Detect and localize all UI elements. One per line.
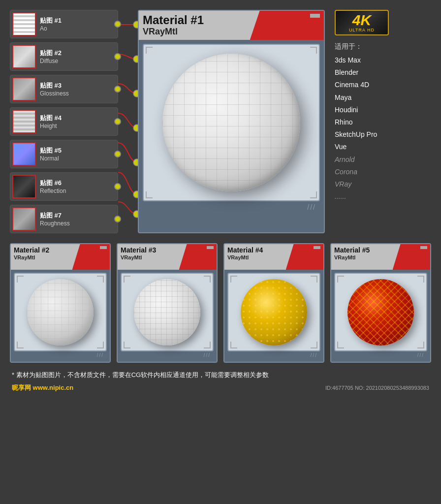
minimize-button-5[interactable] — [420, 246, 427, 249]
side-item-blender: Blender — [335, 66, 413, 79]
node-type-3: Glossiness — [40, 90, 69, 97]
node-num-4: 贴图 #4 — [40, 114, 62, 123]
node-type-7: Roughness — [40, 220, 70, 227]
node-connector-1 — [114, 21, 121, 28]
material-2-subtitle: VRayMtl — [14, 254, 49, 260]
node-reflection: 贴图 #6 Reflection — [10, 172, 118, 201]
corner-br-2 — [97, 342, 104, 348]
corner-bl-5 — [337, 342, 344, 348]
corner-tl-3 — [124, 276, 130, 283]
material-4-subtitle: VRayMtl — [227, 254, 263, 260]
side-item-cinema4d: Cinema 4D — [335, 79, 413, 91]
node-height: 贴图 #4 Height — [10, 107, 118, 136]
material-card-3-header: Material #3 VRayMtl — [118, 244, 217, 270]
node-connector-4 — [114, 118, 121, 125]
corner-tr-4 — [311, 276, 317, 283]
svg-point-5 — [133, 191, 138, 198]
corner-bl-2 — [17, 342, 24, 348]
sphere-main — [162, 54, 300, 191]
svg-point-6 — [133, 211, 138, 218]
footer-logo: 昵享网 www.nipic.cn — [12, 383, 73, 392]
side-item-houdini: Houdini — [335, 104, 413, 116]
node-label-height: 贴图 #4 Height — [40, 114, 62, 129]
node-type-1: Ao — [40, 25, 62, 32]
corner-br-4 — [311, 342, 317, 348]
footer-meta: 昵享网 www.nipic.cn ID:4677705 NO: 20210208… — [10, 383, 431, 392]
node-normal: 贴图 #5 Normal — [10, 140, 118, 168]
node-connector-3 — [114, 86, 121, 93]
node-roughness: 贴图 #7 Roughness — [10, 205, 118, 233]
node-label-ao: 贴图 #1 Ao — [40, 16, 62, 32]
nodes-panel-area: 贴图 #1 Ao 贴图 #2 Diffuse 贴图 — [10, 10, 128, 233]
material-card-5-header: Material #5 VRayMtl — [331, 244, 430, 270]
node-num-6: 贴图 #6 — [40, 179, 66, 188]
sphere-grid — [162, 54, 300, 191]
node-num-2: 贴图 #2 — [40, 49, 62, 58]
corner-bl-3 — [124, 342, 130, 348]
material-3-subtitle: VRayMtl — [121, 254, 156, 260]
node-thumbnail-diffuse — [12, 45, 36, 68]
node-type-4: Height — [40, 123, 62, 129]
sphere-5 — [347, 279, 414, 346]
material-card-main-body: /// — [139, 40, 324, 217]
material-card-3: Material #3 VRayMtl /// — [117, 243, 218, 363]
material-4-title: Material #4 — [227, 246, 263, 254]
material-5-subtitle: VRayMtl — [334, 254, 370, 260]
node-type-6: Reflection — [40, 188, 66, 194]
side-item-rhino: Rhino — [335, 116, 413, 128]
minimize-button-main[interactable] — [310, 14, 320, 18]
material-main-subtitle: VRayMtl — [143, 27, 204, 37]
material-card-2: Material #2 VRayMtl /// — [10, 243, 111, 363]
node-thumbnail-height — [12, 110, 36, 133]
side-item-more: ...... — [335, 190, 413, 203]
material-3-title: Material #3 — [121, 246, 156, 254]
node-label-roughness: 贴图 #7 Roughness — [40, 211, 70, 227]
dots-5: /// — [334, 351, 427, 359]
minimize-button-3[interactable] — [207, 246, 214, 249]
badge-4k-sub: ULTRA HD — [340, 28, 384, 32]
bottom-section: Material #2 VRayMtl /// — [10, 243, 431, 363]
side-item-vray: VRay — [335, 178, 413, 190]
footer-meta-id: ID:4677705 NO: 202102080253488993083 — [325, 385, 429, 391]
corner-tr-3 — [204, 276, 211, 283]
svg-point-0 — [133, 21, 138, 28]
node-connector-7 — [114, 216, 121, 222]
material-card-3-body: /// — [118, 270, 217, 362]
node-label-normal: 贴图 #5 Normal — [40, 146, 62, 162]
minimize-button-2[interactable] — [100, 246, 107, 249]
node-num-3: 贴图 #3 — [40, 81, 69, 90]
node-diffuse: 贴图 #2 Diffuse — [10, 42, 118, 71]
node-connector-5 — [114, 151, 121, 158]
corner-tl-5 — [337, 276, 344, 283]
material-5-title: Material #5 — [334, 246, 370, 254]
sphere-container-3 — [121, 273, 214, 351]
node-type-5: Normal — [40, 155, 62, 162]
corner-bl — [146, 191, 153, 198]
minimize-button-4[interactable] — [314, 246, 320, 249]
corner-tl-4 — [230, 276, 237, 283]
material-2-title: Material #2 — [14, 246, 49, 254]
corner-tl — [146, 47, 153, 54]
badge-4k-text: 4K — [340, 13, 384, 28]
node-label-reflection: 贴图 #6 Reflection — [40, 179, 66, 194]
corner-tr-2 — [97, 276, 104, 283]
material-card-4-header: Material #4 VRayMtl — [224, 244, 323, 270]
node-num-1: 贴图 #1 — [40, 16, 62, 25]
sphere-grid-2 — [27, 279, 94, 346]
corner-tr — [310, 47, 317, 54]
top-section: 贴图 #1 Ao 贴图 #2 Diffuse 贴图 — [10, 10, 431, 233]
material-card-4-body: /// — [224, 270, 323, 362]
sphere-container-2 — [14, 273, 107, 351]
node-type-2: Diffuse — [40, 58, 62, 64]
sphere-container-5 — [334, 273, 427, 351]
material-card-main: Material #1 VRayMtl /// — [138, 10, 325, 233]
side-item-maya: Maya — [335, 92, 413, 104]
dots-3: /// — [121, 351, 214, 359]
svg-point-2 — [133, 90, 138, 97]
sphere-grid-5 — [347, 279, 414, 346]
node-label-glossiness: 贴图 #3 Glossiness — [40, 81, 69, 97]
svg-point-1 — [133, 56, 138, 63]
svg-point-3 — [133, 125, 138, 131]
material-card-main-header: Material #1 VRayMtl — [139, 11, 324, 40]
node-thumbnail-reflection — [12, 175, 36, 198]
